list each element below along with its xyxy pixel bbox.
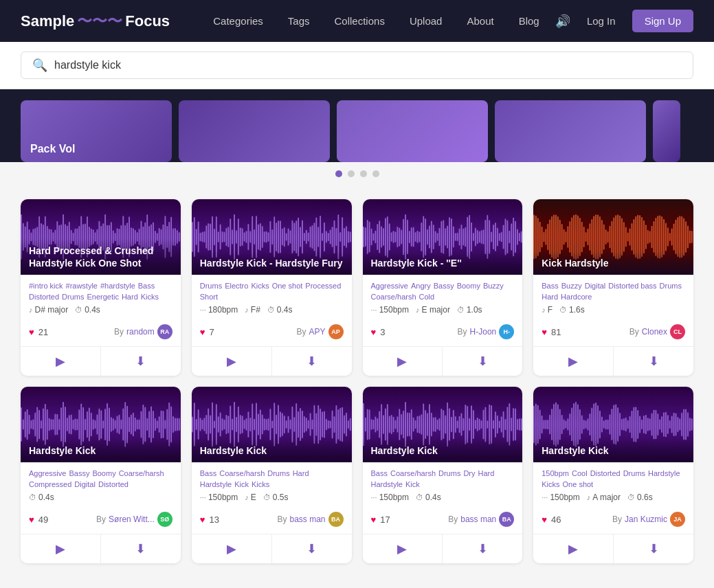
play-button-6[interactable]: ▶ xyxy=(363,534,443,563)
carousel-card-1[interactable] xyxy=(179,100,330,162)
tag[interactable]: Distorted xyxy=(590,469,621,477)
tag[interactable]: 150bpm xyxy=(542,469,569,477)
tag[interactable]: Compressed xyxy=(29,480,71,488)
nav-upload[interactable]: Upload xyxy=(397,0,455,42)
logo[interactable]: Sample 〜〜〜 Focus xyxy=(21,11,170,32)
username-0[interactable]: random xyxy=(126,327,155,337)
tag[interactable]: Kicks xyxy=(542,480,559,488)
download-button-0[interactable]: ⬇ xyxy=(100,347,181,376)
tag[interactable]: #rawstyle xyxy=(66,282,98,290)
username-4[interactable]: Søren Witt... xyxy=(109,514,155,524)
tag[interactable]: Hardstyle xyxy=(200,480,232,488)
tag[interactable]: Drums xyxy=(200,282,222,290)
download-button-7[interactable]: ⬇ xyxy=(613,534,693,563)
dot-0[interactable] xyxy=(335,170,342,177)
heart-icon-1[interactable]: ♥ xyxy=(200,327,205,337)
tag[interactable]: Cool xyxy=(572,469,588,477)
tag[interactable]: Cold xyxy=(419,293,435,301)
tag[interactable]: Energetic xyxy=(87,293,118,301)
tag[interactable]: One shot xyxy=(272,282,303,290)
tag[interactable]: Drums xyxy=(623,469,645,477)
nav-categories[interactable]: Categories xyxy=(201,0,276,42)
tag[interactable]: Coarse/harsh xyxy=(390,469,436,477)
tag[interactable]: Bassy xyxy=(434,282,454,290)
username-5[interactable]: bass man xyxy=(289,514,325,524)
dot-2[interactable] xyxy=(360,170,367,177)
download-button-2[interactable]: ⬇ xyxy=(442,347,522,376)
tag[interactable]: Drums xyxy=(660,282,682,290)
login-button[interactable]: Log In xyxy=(579,11,624,31)
tag[interactable]: Hard xyxy=(542,293,558,301)
tag[interactable]: Angry xyxy=(411,282,431,290)
tag[interactable]: Bass xyxy=(200,469,216,477)
tag[interactable]: Bass xyxy=(371,469,388,477)
tag[interactable]: Buzzy xyxy=(561,282,582,290)
play-button-4[interactable]: ▶ xyxy=(21,534,100,563)
tag[interactable]: Short xyxy=(200,293,218,301)
play-button-2[interactable]: ▶ xyxy=(363,347,443,376)
carousel-card-3[interactable] xyxy=(495,100,646,162)
play-button-7[interactable]: ▶ xyxy=(533,534,613,563)
tag[interactable]: Buzzy xyxy=(483,282,504,290)
tag[interactable]: Aggressive xyxy=(29,469,66,477)
tag[interactable]: Hard xyxy=(122,293,138,301)
tag[interactable]: Hardstyle xyxy=(648,469,680,477)
tag[interactable]: Hard xyxy=(293,469,309,477)
heart-icon-3[interactable]: ♥ xyxy=(542,327,547,337)
tag[interactable]: Kick xyxy=(234,480,249,488)
tag[interactable]: Coarse/harsh xyxy=(371,293,416,301)
username-1[interactable]: APY xyxy=(309,327,325,337)
tag[interactable]: Coarse/harsh xyxy=(219,469,265,477)
play-button-3[interactable]: ▶ xyxy=(533,347,613,376)
volume-icon[interactable]: 🔊 xyxy=(555,14,570,29)
tag[interactable]: Coarse/harsh xyxy=(119,469,164,477)
tag[interactable]: Distorted bass xyxy=(608,282,656,290)
download-button-5[interactable]: ⬇ xyxy=(271,534,352,563)
tag[interactable]: Hard xyxy=(478,469,495,477)
heart-icon-2[interactable]: ♥ xyxy=(371,327,377,337)
signup-button[interactable]: Sign Up xyxy=(632,10,693,32)
tag[interactable]: #hardstyle xyxy=(100,282,135,290)
heart-icon-6[interactable]: ♥ xyxy=(371,514,377,525)
tag[interactable]: One shot xyxy=(563,480,594,488)
tag[interactable]: Bass xyxy=(542,282,558,290)
tag[interactable]: Kick xyxy=(405,480,420,488)
tag[interactable]: Boomy xyxy=(457,282,480,290)
nav-tags[interactable]: Tags xyxy=(276,0,322,42)
heart-icon-5[interactable]: ♥ xyxy=(200,514,205,525)
username-2[interactable]: H-Joon xyxy=(470,327,497,337)
heart-icon-4[interactable]: ♥ xyxy=(29,514,34,525)
download-button-6[interactable]: ⬇ xyxy=(442,534,522,563)
heart-icon-0[interactable]: ♥ xyxy=(29,327,34,337)
tag[interactable]: Distorted xyxy=(29,293,59,301)
tag[interactable]: Aggressive xyxy=(371,282,408,290)
username-7[interactable]: Jan Kuzmic xyxy=(625,514,667,524)
username-3[interactable]: Clonex xyxy=(642,327,667,337)
nav-blog[interactable]: Blog xyxy=(506,0,552,42)
dot-1[interactable] xyxy=(348,170,355,177)
tag[interactable]: Distorted xyxy=(98,480,129,488)
download-button-4[interactable]: ⬇ xyxy=(100,534,181,563)
tag[interactable]: Boomy xyxy=(92,469,115,477)
search-input[interactable] xyxy=(54,59,682,71)
tag[interactable]: Drums xyxy=(438,469,460,477)
dot-3[interactable] xyxy=(372,170,379,177)
play-button-1[interactable]: ▶ xyxy=(192,347,271,376)
tag[interactable]: #intro kick xyxy=(29,282,63,290)
tag[interactable]: Digital xyxy=(74,480,96,488)
tag[interactable]: Hardstyle xyxy=(371,480,403,488)
play-button-0[interactable]: ▶ xyxy=(21,347,100,376)
tag[interactable]: Kicks xyxy=(252,480,269,488)
tag[interactable]: Digital xyxy=(585,282,606,290)
tag[interactable]: Drums xyxy=(62,293,84,301)
tag[interactable]: Electro xyxy=(225,282,248,290)
tag[interactable]: Bassy xyxy=(69,469,89,477)
tag[interactable]: Hardcore xyxy=(561,293,592,301)
tag[interactable]: Kicks xyxy=(251,282,269,290)
download-button-1[interactable]: ⬇ xyxy=(271,347,352,376)
heart-icon-7[interactable]: ♥ xyxy=(542,514,547,525)
carousel-card-4[interactable] xyxy=(653,100,680,162)
tag[interactable]: Drums xyxy=(267,469,289,477)
play-button-5[interactable]: ▶ xyxy=(192,534,271,563)
username-6[interactable]: bass man xyxy=(460,514,496,524)
